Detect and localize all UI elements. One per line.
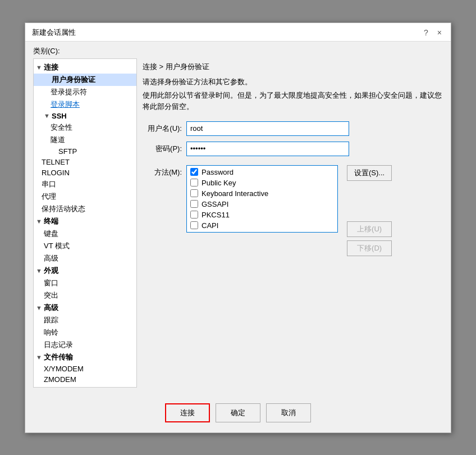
- tree-item-xymodem[interactable]: X/YMODEM: [34, 363, 136, 374]
- bottom-bar: 连接 确定 取消: [25, 395, 451, 433]
- tree-item-connection[interactable]: ▼ 连接: [34, 61, 136, 74]
- method-keyboard-interactive-checkbox[interactable]: [190, 189, 198, 197]
- tree-item-proxy[interactable]: 代理: [34, 190, 136, 203]
- move-down-button[interactable]: 下移(D): [347, 240, 392, 256]
- expand-icon: ▼: [36, 267, 44, 274]
- expand-icon: ▼: [36, 64, 44, 71]
- ok-button[interactable]: 确定: [216, 403, 260, 422]
- method-password-checkbox[interactable]: [190, 168, 198, 176]
- expand-icon: ▼: [36, 218, 44, 225]
- expand-icon: ▼: [36, 354, 44, 361]
- category-label: 类别(C):: [25, 42, 451, 58]
- tree-item-appearance[interactable]: ▼ 外观: [34, 265, 136, 277]
- desc-line1: 请选择身份验证方法和其它参数。: [143, 76, 443, 88]
- tree-panel: ▼ 连接 用户身份验证 登录提示符 登录脚本 ▼ SSH 安全性 隧道: [33, 58, 137, 388]
- password-label: 密码(P):: [143, 144, 182, 154]
- breadcrumb: 连接 > 用户身份验证: [143, 58, 443, 76]
- method-keyboard-interactive[interactable]: Keyboard Interactive: [190, 189, 334, 198]
- help-button[interactable]: ?: [422, 28, 431, 37]
- method-row: 方法(M): Password Public Key Keyboard I: [143, 165, 443, 256]
- method-pkcs11-checkbox[interactable]: [190, 211, 198, 219]
- method-public-key-checkbox[interactable]: [190, 179, 198, 186]
- tree-item-login-script[interactable]: 登录脚本: [34, 98, 136, 111]
- tree-item-login-prompt[interactable]: 登录提示符: [34, 86, 136, 98]
- username-label: 用户名(U):: [143, 124, 182, 134]
- dialog-title: 新建会话属性: [32, 28, 76, 38]
- title-bar-buttons: ? ×: [422, 28, 444, 37]
- tree-item-sftp[interactable]: SFTP: [34, 146, 136, 157]
- tree-item-advanced2[interactable]: ▼ 高级: [34, 302, 136, 314]
- main-content: ▼ 连接 用户身份验证 登录提示符 登录脚本 ▼ SSH 安全性 隧道: [25, 58, 451, 395]
- tree-item-tunnel[interactable]: 隧道: [34, 134, 136, 146]
- description: 请选择身份验证方法和其它参数。 使用此部分以节省登录时间。但是，为了最大限度地提…: [143, 76, 443, 112]
- tree-item-highlight[interactable]: 突出: [34, 289, 136, 302]
- method-capi[interactable]: CAPI: [190, 221, 334, 230]
- method-buttons: 设置(S)... 上移(U) 下移(D): [347, 165, 392, 256]
- close-button[interactable]: ×: [435, 28, 444, 37]
- tree-item-rlogin[interactable]: RLOGIN: [34, 167, 136, 178]
- tree-item-advanced-term[interactable]: 高级: [34, 252, 136, 265]
- tree-item-window[interactable]: 窗口: [34, 277, 136, 289]
- method-list-box: Password Public Key Keyboard Interactive: [186, 165, 338, 233]
- method-pkcs11[interactable]: PKCS11: [190, 211, 334, 219]
- method-gssapi[interactable]: GSSAPI: [190, 200, 334, 208]
- tree-item-telnet[interactable]: TELNET: [34, 157, 136, 167]
- tree-item-vt-mode[interactable]: VT 模式: [34, 240, 136, 252]
- password-input[interactable]: [186, 142, 349, 156]
- tree-item-ssh[interactable]: ▼ SSH: [34, 111, 136, 121]
- expand-icon: ▼: [44, 112, 52, 119]
- tree-item-transfer[interactable]: ▼ 文件传输: [34, 351, 136, 363]
- tree-item-zmodem[interactable]: ZMODEM: [34, 374, 136, 385]
- tree-item-bell[interactable]: 响铃: [34, 326, 136, 339]
- method-public-key[interactable]: Public Key: [190, 179, 334, 187]
- method-label: 方法(M):: [143, 165, 182, 178]
- method-password[interactable]: Password: [190, 168, 334, 176]
- username-row: 用户名(U):: [143, 121, 443, 136]
- move-up-button[interactable]: 上移(U): [347, 221, 392, 237]
- tree-item-trace[interactable]: 跟踪: [34, 314, 136, 326]
- tree-item-security[interactable]: 安全性: [34, 121, 136, 134]
- right-panel: 连接 > 用户身份验证 请选择身份验证方法和其它参数。 使用此部分以节省登录时间…: [143, 58, 443, 388]
- desc-line2: 使用此部分以节省登录时间。但是，为了最大限度地提高安全性，如果担心安全问题，建议…: [143, 90, 443, 112]
- tree-item-log[interactable]: 日志记录: [34, 339, 136, 351]
- title-bar: 新建会话属性 ? ×: [25, 23, 451, 42]
- dialog: 新建会话属性 ? × 类别(C): ▼ 连接 用户身份验证 登录提示符 登录脚本: [25, 22, 451, 433]
- settings-button[interactable]: 设置(S)...: [347, 165, 392, 181]
- expand-icon: ▼: [36, 304, 44, 311]
- method-gssapi-checkbox[interactable]: [190, 200, 198, 208]
- cancel-button[interactable]: 取消: [266, 403, 311, 422]
- tree-item-user-auth[interactable]: 用户身份验证: [34, 74, 136, 86]
- tree-item-terminal[interactable]: ▼ 终端: [34, 215, 136, 228]
- tree-item-serial[interactable]: 串口: [34, 178, 136, 190]
- username-input[interactable]: [186, 121, 349, 136]
- tree-item-keyboard[interactable]: 键盘: [34, 228, 136, 240]
- password-row: 密码(P):: [143, 142, 443, 156]
- method-capi-checkbox[interactable]: [190, 221, 198, 229]
- tree-item-keepalive[interactable]: 保持活动状态: [34, 203, 136, 215]
- connect-button[interactable]: 连接: [165, 403, 210, 422]
- form-area: 用户名(U): 密码(P): 方法(M): Password: [143, 121, 443, 256]
